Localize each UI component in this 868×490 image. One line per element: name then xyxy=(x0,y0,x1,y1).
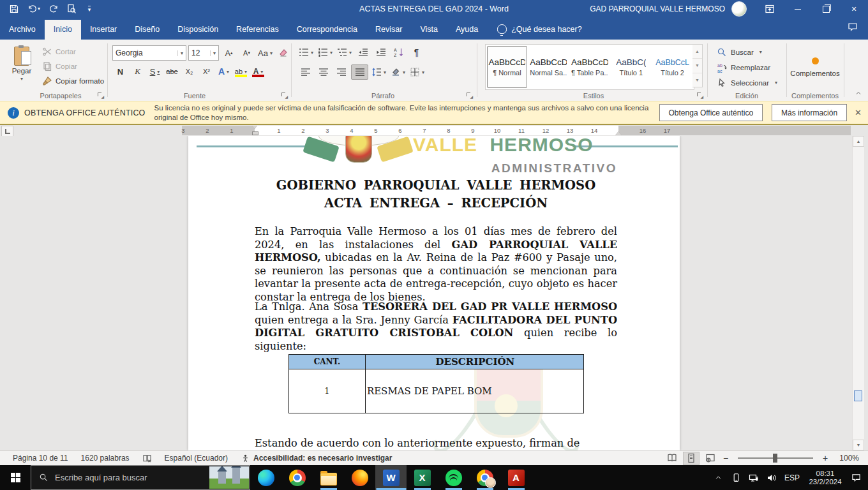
styles-dialog-launcher-icon[interactable] xyxy=(696,92,703,99)
more-info-button[interactable]: Más información xyxy=(772,104,847,121)
increase-indent-button[interactable] xyxy=(373,45,389,59)
comments-button[interactable] xyxy=(848,22,868,40)
tab-referencias[interactable]: Referencias xyxy=(227,20,288,40)
style--table-pa-[interactable]: AaBbCcD¶ Table Pa... xyxy=(570,46,610,88)
tab-insertar[interactable]: Insertar xyxy=(81,20,126,40)
copy-button[interactable]: Copiar xyxy=(40,59,107,73)
undo-button[interactable]: ▾ xyxy=(24,2,43,16)
align-left-button[interactable] xyxy=(297,65,313,79)
show-paragraph-marks-button[interactable]: ¶ xyxy=(408,45,424,59)
zoom-percentage[interactable]: 100% xyxy=(832,454,859,463)
tab-inicio[interactable]: Inicio xyxy=(45,20,81,40)
add-ins-button[interactable]: Complementos xyxy=(791,46,839,88)
taskbar-spotify-button[interactable] xyxy=(438,465,469,490)
font-size-select[interactable]: 12▾ xyxy=(188,45,219,61)
paragraph-dialog-launcher-icon[interactable] xyxy=(466,92,473,99)
shrink-font-button[interactable]: A▾ xyxy=(239,46,255,60)
grow-font-button[interactable]: A▴ xyxy=(221,46,237,60)
page-indicator[interactable]: Página 10 de 11 xyxy=(13,454,68,463)
redo-button[interactable] xyxy=(46,2,61,16)
tray-device-icon[interactable] xyxy=(728,465,744,490)
word-count[interactable]: 1620 palabras xyxy=(81,454,130,463)
taskbar-word-button[interactable] xyxy=(375,465,407,490)
replace-button[interactable]: Reemplazar xyxy=(714,60,781,75)
highlight-button[interactable]: ab xyxy=(233,64,249,78)
save-button[interactable] xyxy=(6,2,22,16)
tab-diseno[interactable]: Diseño xyxy=(126,20,168,40)
italic-button[interactable]: K xyxy=(130,64,146,78)
keyboard-language[interactable]: ESP xyxy=(781,473,803,482)
delivery-table[interactable]: CANT.DESCRIPCIÓN 1RESMAS DE PAPEL BOM xyxy=(288,354,584,413)
strikethrough-button[interactable]: abe xyxy=(164,64,180,78)
get-genuine-office-button[interactable]: Obtenga Office auténtico xyxy=(659,104,763,121)
sort-button[interactable] xyxy=(391,45,407,59)
taskbar-edge-button[interactable] xyxy=(250,465,281,490)
font-dialog-launcher-icon[interactable] xyxy=(281,92,288,99)
clock[interactable]: 08:31 23/2/2024 xyxy=(804,470,846,486)
horizontal-ruler[interactable]: 32112345678910111213141617 xyxy=(182,126,851,135)
style-titulo-2[interactable]: AaBbCcLTítulo 2 xyxy=(652,46,692,88)
collapse-ribbon-icon[interactable] xyxy=(853,88,864,98)
proofing-status-icon[interactable] xyxy=(142,454,152,463)
indent-markers-icon[interactable] xyxy=(251,126,258,135)
network-icon[interactable] xyxy=(745,465,762,490)
style--normal[interactable]: AaBbCcDc¶ Normal xyxy=(487,46,527,88)
clipboard-dialog-launcher-icon[interactable] xyxy=(97,92,104,99)
text-effects-button[interactable]: A xyxy=(216,64,232,78)
bold-button[interactable]: N xyxy=(112,64,128,78)
volume-icon[interactable] xyxy=(763,465,780,490)
styles-more-icon[interactable]: ▼ xyxy=(692,73,702,87)
scrollbar-marker[interactable] xyxy=(854,390,862,401)
start-button[interactable] xyxy=(0,465,31,490)
change-case-button[interactable]: Aa xyxy=(257,46,274,60)
shading-button[interactable] xyxy=(389,65,407,79)
taskbar-file-explorer-button[interactable] xyxy=(313,465,344,490)
undo-caret-icon[interactable]: ▾ xyxy=(38,6,40,11)
ribbon-display-options-button[interactable] xyxy=(756,0,784,18)
paste-button[interactable]: Pegar ▾ xyxy=(8,45,36,93)
tab-archivo[interactable]: Archivo xyxy=(0,20,45,40)
style-normal-sa-[interactable]: AaBbCcDcNormal Sa... xyxy=(528,46,569,88)
document-canvas[interactable]: VALLE HERMOSO ADMINISTRATIVO GOBIERNO PA… xyxy=(0,136,868,450)
search-highlight-image[interactable] xyxy=(209,466,249,489)
language-indicator[interactable]: Español (Ecuador) xyxy=(165,454,228,463)
tray-overflow-chevron-icon[interactable] xyxy=(710,465,726,490)
tab-disposicion[interactable]: Disposición xyxy=(168,20,227,40)
account-name[interactable]: GAD PARROQUIAL VALLE HERMOSO xyxy=(590,4,725,13)
right-indent-marker-icon[interactable] xyxy=(615,128,622,135)
clear-formatting-button[interactable] xyxy=(276,46,292,60)
borders-button[interactable] xyxy=(408,65,426,79)
select-button[interactable]: Seleccionar xyxy=(714,75,781,90)
zoom-slider-thumb[interactable] xyxy=(773,454,777,463)
warning-close-icon[interactable]: ✕ xyxy=(855,108,862,117)
taskbar-search-input[interactable]: Escribe aquí para buscar xyxy=(31,465,250,490)
line-spacing-button[interactable] xyxy=(370,65,387,79)
avatar[interactable] xyxy=(731,1,747,17)
minimize-button[interactable] xyxy=(784,0,812,18)
scroll-down-icon[interactable]: ▼ xyxy=(853,440,864,450)
style-titulo-1[interactable]: AaBbC(Título 1 xyxy=(611,46,651,88)
subscript-button[interactable]: X₂ xyxy=(181,64,197,78)
tell-me-box[interactable]: ¿Qué desea hacer? xyxy=(487,24,588,40)
web-layout-button[interactable] xyxy=(702,452,719,465)
taskbar-acrobat-button[interactable] xyxy=(500,465,532,490)
vertical-scrollbar[interactable]: ▲ ▼ xyxy=(852,136,864,450)
document-page[interactable]: VALLE HERMOSO ADMINISTRATIVO GOBIERNO PA… xyxy=(188,136,680,450)
taskbar-chrome-button[interactable] xyxy=(281,465,313,490)
align-center-button[interactable] xyxy=(315,65,331,79)
print-preview-button[interactable] xyxy=(64,2,79,16)
numbering-button[interactable] xyxy=(317,45,334,59)
tab-stop-selector[interactable] xyxy=(1,126,13,137)
taskbar-firefox-button[interactable] xyxy=(344,465,375,490)
decrease-indent-button[interactable] xyxy=(355,45,371,59)
zoom-out-button[interactable]: − xyxy=(721,453,730,463)
tab-ayuda[interactable]: Ayuda xyxy=(447,20,487,40)
superscript-button[interactable]: X² xyxy=(198,64,214,78)
action-center-icon[interactable] xyxy=(848,465,864,490)
cut-button[interactable]: Cortar xyxy=(40,45,107,59)
styles-scroll-up-icon[interactable]: ▲ xyxy=(692,45,702,59)
justify-button[interactable] xyxy=(351,64,368,80)
tab-correspondencia[interactable]: Correspondencia xyxy=(288,20,366,40)
multilevel-list-button[interactable] xyxy=(336,45,353,59)
zoom-in-button[interactable]: + xyxy=(821,453,830,463)
